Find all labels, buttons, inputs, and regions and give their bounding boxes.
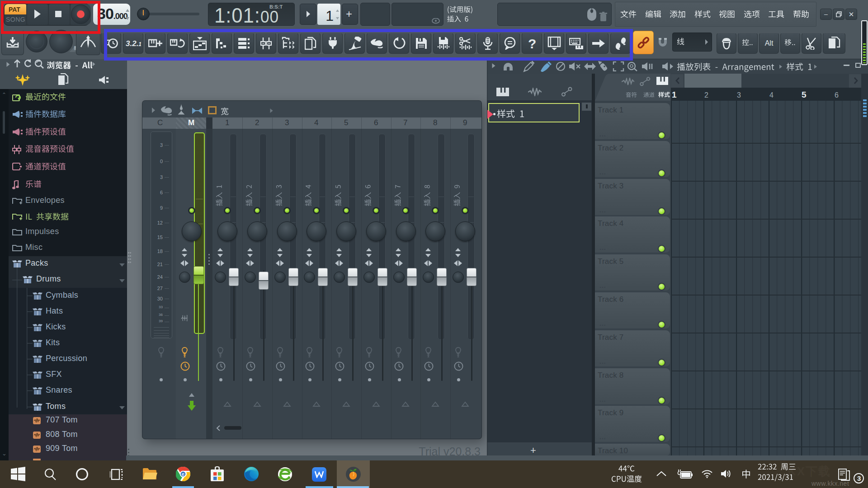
- svg-text:e: e: [182, 471, 184, 477]
